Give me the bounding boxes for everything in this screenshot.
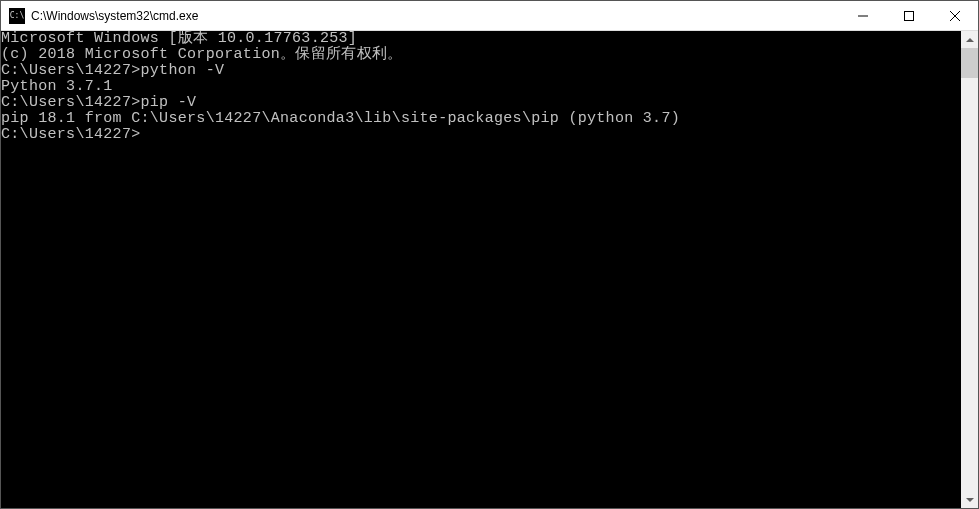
maximize-icon <box>904 11 914 21</box>
scrollbar[interactable] <box>961 31 978 508</box>
terminal-line: pip 18.1 from C:\Users\14227\Anaconda3\l… <box>1 111 961 127</box>
terminal-container: Microsoft Windows [版本 10.0.17763.253](c)… <box>1 31 978 508</box>
svg-marker-4 <box>966 38 974 42</box>
titlebar: C:\ C:\Windows\system32\cmd.exe <box>1 1 978 31</box>
terminal-line: C:\Users\14227>pip -V <box>1 95 961 111</box>
terminal-line: (c) 2018 Microsoft Corporation。保留所有权利。 <box>1 47 961 63</box>
window-controls <box>840 1 978 30</box>
scroll-up-button[interactable] <box>961 31 978 48</box>
close-button[interactable] <box>932 1 978 30</box>
terminal[interactable]: Microsoft Windows [版本 10.0.17763.253](c)… <box>1 31 961 508</box>
close-icon <box>950 11 960 21</box>
cmd-icon-text: C:\ <box>10 11 24 20</box>
terminal-line: C:\Users\14227> <box>1 127 961 143</box>
cmd-icon: C:\ <box>9 8 25 24</box>
svg-marker-5 <box>966 498 974 502</box>
chevron-up-icon <box>966 38 974 42</box>
window-title: C:\Windows\system32\cmd.exe <box>31 9 840 23</box>
minimize-icon <box>858 11 868 21</box>
terminal-line: C:\Users\14227>python -V <box>1 63 961 79</box>
svg-rect-1 <box>905 11 914 20</box>
scroll-down-button[interactable] <box>961 491 978 508</box>
scroll-thumb[interactable] <box>961 48 978 78</box>
maximize-button[interactable] <box>886 1 932 30</box>
chevron-down-icon <box>966 498 974 502</box>
minimize-button[interactable] <box>840 1 886 30</box>
terminal-line: Microsoft Windows [版本 10.0.17763.253] <box>1 31 961 47</box>
terminal-line: Python 3.7.1 <box>1 79 961 95</box>
